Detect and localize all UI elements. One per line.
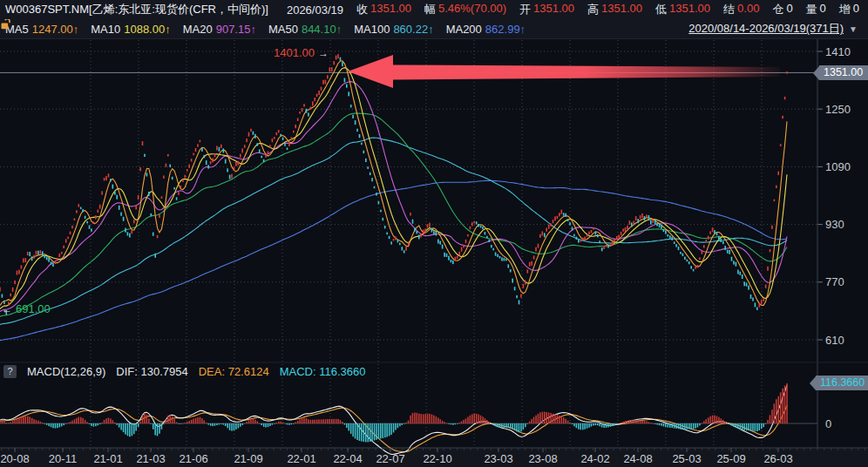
x-axis-label: 21-09: [234, 452, 262, 465]
terminal-chart-window: 141012501090930770610020-0820-1121-0121-…: [0, 0, 868, 467]
date-range-text[interactable]: 2020/08/14-2026/03/19(371日): [688, 21, 844, 37]
x-axis-label: 22-10: [423, 452, 451, 465]
quote-field-label: 结: [723, 2, 735, 17]
quote-field-position: 仓0: [772, 2, 792, 17]
left-arrow-icon: ←: [2, 303, 12, 315]
macd-zero-label: 0: [825, 417, 831, 430]
macd-hist-value: MACD: 116.3660: [280, 365, 366, 378]
y-axis-label: 1090: [825, 160, 851, 173]
low-price-annotation: ← 691.00: [2, 302, 51, 315]
quote-field-label: 开: [519, 2, 531, 17]
y-axis-label: 770: [825, 275, 844, 288]
quote-field-value: 1351.00: [601, 2, 642, 17]
ma-value: 1247.00↑: [32, 23, 79, 36]
macd-dif-value: DIF: 130.7954: [116, 365, 187, 378]
ma-value: 844.10↑: [302, 23, 342, 36]
quote-field-increase: 增0: [839, 2, 859, 17]
quote-field-low: 低1351.00: [655, 2, 710, 17]
y-axis-label: 1250: [825, 103, 851, 116]
x-axis-label: 23-08: [528, 452, 557, 465]
quote-field-settle: 结0.00: [723, 2, 759, 17]
ma-legend: MA51247.00↑MA101088.00↑MA20907.15↑MA5084…: [5, 23, 526, 36]
x-axis-label: 20-11: [49, 452, 77, 465]
quote-field-close: 收1351.00: [356, 2, 411, 17]
chevron-down-icon[interactable]: ▼: [849, 24, 858, 34]
quote-field-value: 0: [786, 2, 792, 17]
quote-header: W00367SPT.NM[乙烯:东北亚:现货价(CFR，中间价)] 2026/0…: [0, 0, 868, 19]
y-axis-label: 930: [825, 218, 844, 231]
quote-field-value: 0.00: [737, 2, 759, 17]
quote-field-value: 0: [820, 2, 826, 17]
ma-legend-item-ma100: MA100860.22↑: [354, 23, 433, 36]
quote-field-value: 0: [853, 2, 859, 17]
quote-fields: 收1351.00幅5.46%(70.00)开1351.00高1351.00低13…: [356, 2, 859, 17]
quote-field-label: 高: [587, 2, 599, 17]
ma-label: MA20: [183, 23, 213, 36]
y-axis-label: 610: [825, 334, 844, 347]
x-axis-label: 22-07: [376, 452, 404, 465]
x-axis-label: 23-03: [484, 452, 512, 465]
ma-value: 1088.00↑: [124, 23, 171, 36]
ma-legend-item-ma20: MA20907.15↑: [183, 23, 256, 36]
x-axis-label: 24-02: [580, 452, 609, 465]
x-axis-label: 21-01: [93, 452, 122, 465]
quote-field-label: 低: [655, 2, 667, 17]
macd-header: ? MACD(12,26,9) DIF: 130.7954 DEA: 72.61…: [0, 364, 365, 378]
quote-field-open: 开1351.00: [519, 2, 574, 17]
peak-price-annotation: 1401.00 →: [274, 46, 329, 59]
quote-field-label: 增: [839, 2, 851, 17]
ma-value: 860.22↑: [393, 23, 433, 36]
ma-label: MA50: [268, 23, 298, 36]
chart-canvas[interactable]: 141012501090930770610020-0820-1121-0121-…: [0, 0, 868, 467]
ma-legend-bar: MA51247.00↑MA101088.00↑MA20907.15↑MA5084…: [0, 19, 868, 39]
x-axis-label: 22-04: [333, 452, 362, 465]
ma-legend-item-ma5: MA51247.00↑: [5, 23, 78, 36]
quote-field-label: 幅: [424, 2, 436, 17]
ma-value: 862.99↑: [485, 23, 526, 36]
peak-price-label: 1401.00: [274, 46, 315, 59]
x-axis-label: 26-03: [763, 452, 792, 465]
ma-value: 907.15↑: [216, 23, 256, 36]
quote-field-high: 高1351.00: [587, 2, 642, 17]
ma-legend-item-ma200: MA200862.99↑: [446, 23, 526, 36]
x-axis-label: 22-01: [287, 452, 315, 465]
quote-date: 2026/03/19: [287, 3, 343, 17]
quote-field-label: 仓: [772, 2, 783, 17]
quote-field-volume: 量0: [806, 2, 826, 17]
low-price-label: 691.00: [16, 302, 51, 315]
right-arrow-icon: →: [318, 47, 329, 59]
date-range-selector[interactable]: 2020/08/14-2026/03/19(371日) ▼: [688, 21, 863, 37]
quote-field-value: 1351.00: [370, 2, 411, 17]
x-axis-label: 21-06: [179, 452, 207, 465]
x-axis-label: 20-08: [0, 452, 29, 465]
quote-field-label: 收: [356, 2, 368, 17]
x-axis-label: 25-03: [672, 452, 701, 465]
quote-field-value: 1351.00: [669, 2, 710, 17]
macd-title: MACD(12,26,9): [27, 365, 105, 378]
help-icon[interactable]: ?: [3, 365, 17, 378]
x-axis-label: 25-09: [716, 452, 745, 465]
instrument-title: W00367SPT.NM[乙烯:东北亚:现货价(CFR，中间价)]: [5, 2, 268, 17]
x-axis-label: 24-08: [623, 452, 652, 465]
ma-legend-item-ma10: MA101088.00↑: [91, 23, 170, 36]
quote-field-label: 量: [806, 2, 817, 17]
ma-legend-item-ma50: MA50844.10↑: [268, 23, 342, 36]
quote-field-value: 5.46%(70.00): [438, 2, 506, 17]
quote-field-value: 1351.00: [533, 2, 574, 17]
macd-dea-value: DEA: 72.6124: [199, 365, 269, 378]
quote-field-change: 幅5.46%(70.00): [424, 2, 506, 17]
last-price-badge: 1351.00: [819, 65, 868, 80]
ma-label: MA10: [91, 23, 120, 36]
macd-value-badge: 116.3660: [816, 376, 868, 390]
x-axis-label: 21-03: [136, 452, 165, 465]
ma-label: MA200: [446, 23, 482, 36]
y-axis-label: 1410: [825, 45, 851, 58]
ma-label: MA100: [354, 23, 390, 36]
